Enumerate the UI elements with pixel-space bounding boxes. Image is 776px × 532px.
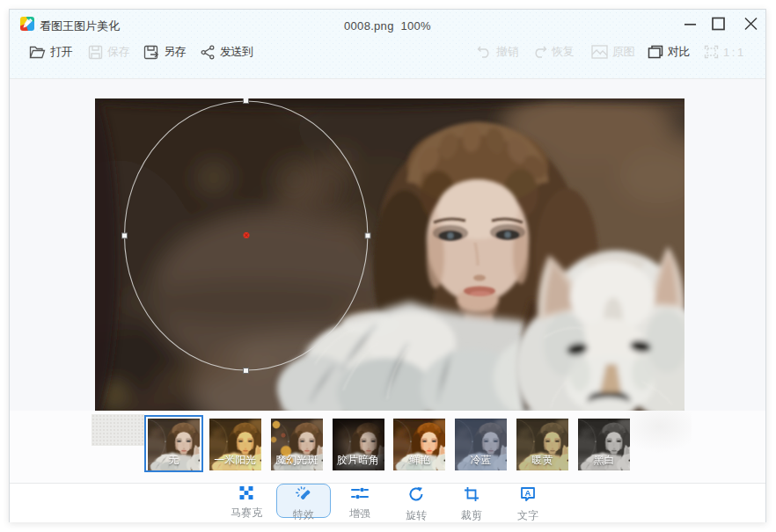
svg-text:A: A	[525, 488, 531, 498]
